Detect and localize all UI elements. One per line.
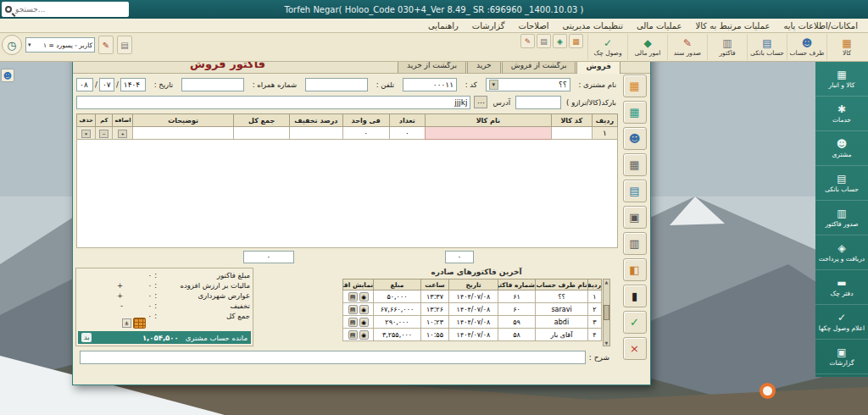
scroll-down-icon[interactable]: ▼ xyxy=(605,340,609,346)
barcode-field[interactable] xyxy=(515,96,561,109)
row-print-button[interactable]: ▤ xyxy=(348,330,358,340)
row-view-items-button[interactable]: ◉ xyxy=(359,330,369,340)
row-subtract-button[interactable]: − xyxy=(99,130,108,138)
clock-button[interactable]: ◷ xyxy=(2,35,22,55)
cell-discount[interactable] xyxy=(290,127,342,140)
cell-qty[interactable]: ۰ xyxy=(389,127,425,140)
rcell-radif: ۲ xyxy=(588,303,602,316)
cell-unit-price[interactable]: ۰ xyxy=(342,127,389,140)
strip-add-customer-button[interactable]: ☻ xyxy=(623,127,647,150)
sidebar-item-bank-account[interactable]: ▤ حساب بانکی xyxy=(815,166,868,201)
sidebar-item-reports[interactable]: ▣ گزارشات xyxy=(815,340,868,374)
toolbar-voucher-button[interactable]: ✎ صدور سند xyxy=(667,34,707,60)
toolbar-cheque-collect-button[interactable]: ✓ وصول چک xyxy=(587,34,627,60)
row-print-button[interactable]: ▤ xyxy=(348,318,358,327)
items-grid-empty-area[interactable] xyxy=(76,140,618,248)
quick-list-button[interactable]: ▤ xyxy=(537,34,551,48)
balance-label: مانده حساب مشتری xyxy=(186,334,248,342)
sidebar-item-services[interactable]: ✱ خدمات xyxy=(815,97,868,131)
strip-goods-button[interactable]: ▦ xyxy=(623,75,647,97)
strip-exit-button[interactable]: × xyxy=(623,337,647,360)
code-field[interactable]: ۰۰۰۱۱ xyxy=(403,78,457,91)
quick-edit-button[interactable]: ✎ xyxy=(520,34,535,48)
description-field[interactable] xyxy=(80,351,586,364)
scroll-thumb[interactable] xyxy=(604,305,609,320)
row-add-button[interactable]: + xyxy=(118,130,127,138)
strip-document-button[interactable]: ▤ xyxy=(623,180,647,202)
strip-table-button[interactable]: ▦ xyxy=(623,153,647,176)
cell-total xyxy=(233,127,289,140)
scroll-up-icon[interactable]: ▲ xyxy=(605,279,609,285)
sidebar-item-cheque-collection[interactable]: ✓ اعلام وصول چکها xyxy=(815,305,868,340)
phone-field[interactable] xyxy=(305,78,368,91)
toolbar-goods-button[interactable]: ▦ کالا xyxy=(826,34,866,60)
cell-item-code[interactable] xyxy=(551,127,592,140)
menu-corrections[interactable]: اصلاحات xyxy=(512,21,556,30)
toolbar-financial-button[interactable]: ◆ امور مالی xyxy=(627,34,667,60)
strip-calculator-button[interactable]: ◧ xyxy=(623,258,647,281)
summary-value: ۰ xyxy=(123,291,152,300)
recent-scrollbar[interactable]: ▲ ▼ xyxy=(603,279,610,346)
date-month[interactable]: ۰۷ xyxy=(99,78,114,91)
holoo-desktop-logo[interactable] xyxy=(760,383,776,399)
reminder-button[interactable]: ✎ xyxy=(98,36,114,54)
sidebar-label: گزارشات xyxy=(827,360,855,367)
strip-print-button[interactable]: ▣ xyxy=(623,206,647,229)
row-print-button[interactable]: ▤ xyxy=(348,292,358,302)
recent-row[interactable]: ۳ abdi ۵۹ ۱۴۰۴/۰۷/۰۸ ۱۰:۲۳ ۲۹۰,۰۰۰ ◉▤ xyxy=(343,316,602,329)
barcode-label: بارکد(کالا/ترازو ) xyxy=(565,98,618,107)
recent-row[interactable]: ۲ saravi ۶۰ ۱۴۰۴/۰۷/۰۸ ۱۳:۲۶ ۶۷,۶۶۰,۰۰۰ … xyxy=(343,303,602,316)
toolbar-invoice-button[interactable]: ▥ فاکتور xyxy=(707,34,747,60)
cell-description[interactable] xyxy=(133,127,234,140)
row-print-button[interactable]: ▤ xyxy=(348,305,358,314)
user-select-value: کاربر - پسورد = ۱ xyxy=(43,42,92,49)
sidebar-item-goods-inventory[interactable]: ▦ کالا و انبار xyxy=(815,62,868,97)
sidebar-item-cheque-book[interactable]: ▬ دفتر چک xyxy=(815,270,868,305)
menu-base-info[interactable]: امکانات/اطلاعات پایه xyxy=(776,21,865,30)
recent-header-row: ردیف نام طرف حساب شماره فاکتور تاریخ ساع… xyxy=(343,279,602,290)
customer-select[interactable]: ؟؟ ▾ xyxy=(486,78,570,91)
person-dock-button[interactable]: ☻ xyxy=(1,69,14,82)
recent-row[interactable]: ۱ ؟؟ ۶۱ ۱۴۰۴/۰۷/۰۸ ۱۳:۳۷ ۵۰,۰۰۰ ◉▤ xyxy=(343,290,602,303)
recent-row[interactable]: ۴ آقای بار ۵۸ ۱۴۰۴/۰۷/۰۸ ۱۰:۵۵ ۳,۲۵۵,۰۰۰… xyxy=(343,329,602,341)
date-year[interactable]: ۱۴۰۴ xyxy=(120,78,146,91)
toolbar-account-party-button[interactable]: ☻ طرف حساب xyxy=(787,34,826,60)
mobile-field[interactable] xyxy=(181,78,244,91)
strip-confirm-button[interactable]: ✓ xyxy=(623,311,647,334)
menu-goods-operations[interactable]: عملیات مرتبط به کالا xyxy=(688,21,776,30)
user-select[interactable]: کاربر - پسورد = ۱ ▾ xyxy=(25,37,95,53)
toolbar-bank-account-button[interactable]: ▤ حساب بانکی xyxy=(747,34,787,60)
sidebar-item-invoice-issue[interactable]: ▥ صدور فاکتور xyxy=(815,201,868,235)
row-delete-button[interactable]: × xyxy=(81,130,91,138)
row-view-items-button[interactable]: ◉ xyxy=(359,292,369,302)
address-browse-button[interactable]: … xyxy=(474,96,487,108)
menu-reports[interactable]: گزارشات xyxy=(465,21,512,30)
row-view-items-button[interactable]: ◉ xyxy=(359,305,369,314)
sidebar-item-customer[interactable]: ☻ مشتری xyxy=(815,131,868,166)
menu-financial-operations[interactable]: عملیات مالی xyxy=(630,21,689,30)
menu-help[interactable]: راهنمایی xyxy=(421,21,465,30)
strip-print2-button[interactable]: ▥ xyxy=(623,232,647,255)
menu-admin-settings[interactable]: تنظیمات مدیریتی xyxy=(555,21,629,30)
summary-discount: تخفیف: ۰ - xyxy=(79,301,250,311)
quick-pay-button[interactable]: ◈ xyxy=(553,34,567,48)
calendar-button[interactable]: ▤ xyxy=(117,36,132,54)
strip-barcode-button[interactable]: ▮ xyxy=(623,285,647,307)
address-field[interactable]: jjjkj xyxy=(76,96,470,109)
plus-minus-button[interactable]: ± xyxy=(122,318,131,328)
date-day[interactable]: ۰۸ xyxy=(76,78,93,91)
rcell-date: ۱۴۰۴/۰۷/۰۸ xyxy=(449,316,498,329)
sidebar-item-receive-pay[interactable]: ◈ دریافت و پرداخت xyxy=(815,235,868,270)
quick-goods-button[interactable]: ▦ xyxy=(569,34,583,48)
check-icon: ✓ xyxy=(837,313,846,324)
strip-services-button[interactable]: ▦ xyxy=(623,101,647,124)
cell-item-name[interactable] xyxy=(425,127,551,140)
calculator-icon[interactable] xyxy=(133,318,146,329)
row-view-items-button[interactable]: ◉ xyxy=(359,318,369,327)
customer-label: نام مشتری : xyxy=(576,80,618,89)
list-icon: ▤ xyxy=(540,37,548,46)
toolbar: ▦ کالا ☻ طرف حساب ▤ حساب بانکی ▥ فاکتور … xyxy=(0,33,868,62)
sidebar-label: حساب بانکی xyxy=(823,186,860,193)
col-delete: حذف xyxy=(77,114,96,127)
date-field[interactable]: ۰۸ / ۰۷ / ۱۴۰۴ xyxy=(76,78,146,91)
